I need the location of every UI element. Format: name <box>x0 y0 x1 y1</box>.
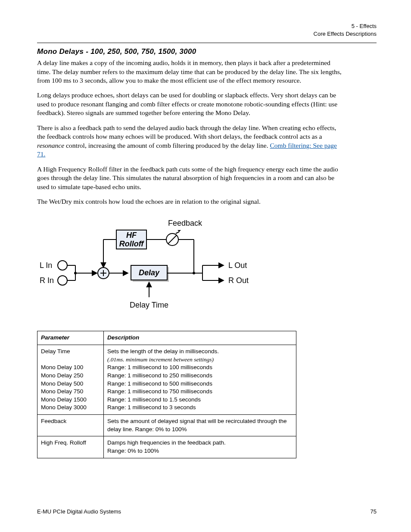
cell-param: Mono Delay 100 <box>37 364 104 372</box>
page-title: Mono Delays - 100, 250, 500, 750, 1500, … <box>37 47 377 56</box>
r-in-node-icon <box>58 276 67 285</box>
r-out-label: R Out <box>228 276 249 285</box>
svg-marker-2 <box>177 230 181 232</box>
chapter-label: 5 - Effects <box>37 22 377 30</box>
cell-param: Delay Time <box>37 345 104 364</box>
page-number: 75 <box>371 508 377 515</box>
table-row: Delay Time Sets the length of the delay … <box>37 345 296 364</box>
parameter-table: Parameter Description Delay Time Sets th… <box>37 331 296 458</box>
paragraph-1: A delay line makes a copy of the incomin… <box>37 59 343 85</box>
cell-param: Mono Delay 750 <box>37 388 104 396</box>
paragraph-3: There is also a feedback path to send th… <box>37 124 343 159</box>
feedback-label: Feedback <box>168 219 202 227</box>
cell-desc: Sets the amount of delayed signal that w… <box>104 415 296 436</box>
cell-desc: Range: 1 millisecond to 1.5 seconds <box>104 396 296 404</box>
section-label: Core Effects Descriptions <box>37 30 377 38</box>
l-out-label: L Out <box>228 261 247 270</box>
l-in-label: L In <box>40 261 52 270</box>
table-row: Feedback Sets the amount of delayed sign… <box>37 415 296 436</box>
cell-param: Mono Delay 500 <box>37 380 104 388</box>
table-row: High Freq. Rolloff Damps high frequencie… <box>37 436 296 458</box>
cell-param: Feedback <box>37 415 104 436</box>
cell-desc: Range: 1 millisecond to 250 milliseconds <box>104 372 296 380</box>
p3-em: resonance <box>37 142 64 149</box>
r-in-label: R In <box>40 276 54 285</box>
cell-param: Mono Delay 250 <box>37 372 104 380</box>
table-row: Mono Delay 100 Range: 1 millisecond to 1… <box>37 364 296 372</box>
p3-text-c: control, increasing the amount of comb f… <box>64 142 270 149</box>
rolloff-label: Rolloff <box>119 240 145 248</box>
cell-desc: Range: 1 millisecond to 3 seconds <box>104 404 296 414</box>
col-description: Description <box>104 331 296 345</box>
table-header-row: Parameter Description <box>37 331 296 345</box>
cell-desc: Range: 1 millisecond to 750 milliseconds <box>104 388 296 396</box>
table-row: Mono Delay 500 Range: 1 millisecond to 5… <box>37 380 296 388</box>
header-meta: 5 - Effects Core Effects Descriptions <box>37 22 377 37</box>
cell-param: High Freq. Rolloff <box>37 436 104 458</box>
footer: E-MU PCIe Digital Audio Systems 75 <box>37 508 377 515</box>
cell-desc: Damps high frequencies in the feedback p… <box>104 436 296 458</box>
delay-label: Delay <box>139 268 160 277</box>
paragraph-4: A High Frequency Rolloff filter in the f… <box>37 165 343 191</box>
col-parameter: Parameter <box>37 331 104 345</box>
cell-param: Mono Delay 1500 <box>37 396 104 404</box>
delay-time-label: Delay Time <box>130 301 168 309</box>
svg-line-1 <box>176 232 179 233</box>
diagram-svg: Feedback HF Rolloff L In R In <box>39 217 263 316</box>
hf-label: HF <box>126 231 137 240</box>
table-row: Mono Delay 250 Range: 1 millisecond to 2… <box>37 372 296 380</box>
table-row: Mono Delay 750 Range: 1 millisecond to 7… <box>37 388 296 396</box>
signal-flow-diagram: Feedback HF Rolloff L In R In <box>39 217 377 318</box>
l-in-node-icon <box>58 261 67 270</box>
p3-text-a: There is also a feedback path to send th… <box>37 124 336 140</box>
table-row: Mono Delay 3000 Range: 1 millisecond to … <box>37 404 296 414</box>
cell-desc: Range: 1 millisecond to 500 milliseconds <box>104 380 296 388</box>
table-row: Mono Delay 1500 Range: 1 millisecond to … <box>37 396 296 404</box>
svg-line-0 <box>168 235 177 244</box>
cell-desc: Sets the length of the delay in millisec… <box>104 345 296 364</box>
divider <box>37 43 377 43</box>
footer-left: E-MU PCIe Digital Audio Systems <box>37 508 121 515</box>
page: 5 - Effects Core Effects Descriptions Mo… <box>0 0 411 532</box>
paragraph-5: The Wet/Dry mix controls how loud the ec… <box>37 197 343 206</box>
cell-param: Mono Delay 3000 <box>37 404 104 414</box>
cell-desc: Range: 1 millisecond to 100 milliseconds <box>104 364 296 372</box>
paragraph-2: Long delays produce echoes, short delays… <box>37 91 343 117</box>
